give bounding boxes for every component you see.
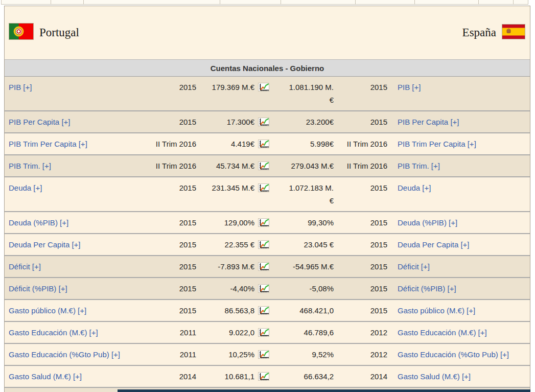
spacer-cell [273, 116, 288, 128]
top-tab[interactable] [513, 0, 528, 5]
value-spain: 1.081.190 M.€ [288, 81, 334, 106]
date-spain: 2015 [334, 181, 387, 207]
top-tab[interactable] [51, 0, 84, 5]
spacer-cell [273, 137, 288, 150]
spacer-cell [273, 238, 288, 251]
chart-cell [254, 304, 273, 317]
value-spain: 468.421,0 [288, 304, 334, 317]
date-portugal: 2015 [140, 260, 196, 273]
date-spain: II Trim 2016 [334, 137, 387, 150]
metric-link-spain[interactable]: Deuda [+] [398, 183, 431, 192]
date-spain: 2015 [334, 260, 387, 273]
spacer-cell [273, 159, 288, 172]
value-spain: -5,08% [288, 282, 334, 295]
metric-link-portugal[interactable]: Gasto Educación (%Gto Pub) [+] [9, 350, 120, 359]
metric-link-portugal[interactable]: Deuda (%PIB) [+] [9, 218, 68, 227]
date-spain: 2015 [334, 216, 387, 229]
metric-link-spain[interactable]: PIB Trim Per Capita [+] [398, 140, 476, 148]
country-link-spain[interactable]: España [462, 24, 525, 41]
metric-link-portugal[interactable]: Déficit (%PIB) [+] [9, 284, 67, 293]
metric-label-portugal-cell: PIB Per Capita [+] [5, 116, 140, 128]
metric-link-spain[interactable]: PIB Trim. [+] [398, 162, 440, 170]
metric-link-spain[interactable]: Deuda (%PIB) [+] [398, 218, 457, 227]
line-chart-icon[interactable] [258, 83, 269, 91]
value-portugal: 22.355 € [196, 238, 254, 251]
metric-link-spain[interactable]: PIB Per Capita [+] [398, 118, 459, 126]
metric-link-portugal[interactable]: Deuda Per Capita [+] [9, 240, 81, 249]
metric-label-spain-cell: Gasto Salud (M.€) [+] [387, 370, 530, 383]
country-link-portugal[interactable]: Portugal [9, 23, 79, 42]
top-tab[interactable] [1, 0, 51, 5]
line-chart-icon[interactable] [258, 350, 269, 359]
top-tab[interactable] [83, 0, 220, 5]
metric-label-portugal-cell: PIB Trim. [+] [5, 159, 140, 172]
chart-cell [254, 216, 273, 229]
date-portugal: II Trim 2016 [140, 159, 196, 172]
top-tab[interactable] [478, 0, 514, 5]
metric-link-spain[interactable]: Gasto Educación (M.€) [+] [398, 328, 487, 337]
metric-link-portugal[interactable]: Gasto Salud (M.€) [+] [9, 372, 82, 381]
chart-cell [254, 137, 273, 150]
spacer-cell [273, 282, 288, 295]
metric-link-portugal[interactable]: PIB Trim Per Capita [+] [9, 140, 87, 148]
top-tab[interactable] [355, 0, 415, 5]
table-row: Deuda [+] 2015 231.345 M.€ 1.072.183 M.€… [5, 176, 530, 211]
value-spain: 1.072.183 M.€ [288, 181, 334, 207]
metric-link-portugal[interactable]: PIB Trim. [+] [9, 162, 51, 170]
metric-label-portugal-cell: Gasto Educación (M.€) [+] [5, 326, 140, 339]
value-spain: 46.789,6 [288, 326, 334, 339]
metric-link-spain[interactable]: Déficit [+] [398, 262, 430, 271]
metric-link-spain[interactable]: PIB [+] [398, 83, 421, 91]
value-spain: -54.965 M.€ [288, 260, 334, 273]
top-tab[interactable] [414, 0, 479, 5]
line-chart-icon[interactable] [258, 218, 269, 227]
line-chart-icon[interactable] [258, 140, 269, 148]
value-spain: 23.045 € [288, 238, 334, 251]
line-chart-icon[interactable] [258, 284, 269, 293]
chart-cell [254, 326, 273, 339]
metric-link-portugal[interactable]: PIB Per Capita [+] [9, 118, 70, 126]
metric-link-portugal[interactable]: Deuda [+] [9, 183, 42, 192]
line-chart-icon[interactable] [258, 306, 269, 315]
date-portugal: 2015 [140, 216, 196, 229]
metric-label-spain-cell: Déficit [+] [387, 260, 530, 273]
metric-label-portugal-cell: Gasto público (M.€) [+] [5, 304, 140, 317]
spacer-cell [273, 348, 288, 361]
metric-link-spain[interactable]: Gasto Salud (M.€) [+] [398, 372, 471, 381]
value-portugal: 231.345 M.€ [196, 181, 254, 207]
value-spain: 99,30% [288, 216, 334, 229]
chart-cell [254, 81, 273, 106]
metric-link-portugal[interactable]: Déficit [+] [9, 262, 41, 271]
metric-label-portugal-cell: Deuda Per Capita [+] [5, 238, 140, 251]
metric-link-portugal[interactable]: PIB [+] [9, 83, 32, 91]
date-spain: 2014 [334, 370, 387, 383]
date-spain: 2012 [334, 348, 387, 361]
value-portugal: -7.893 M.€ [196, 260, 254, 273]
line-chart-icon[interactable] [258, 118, 269, 126]
value-portugal: 17.300€ [196, 116, 254, 128]
date-portugal: 2015 [140, 304, 196, 317]
line-chart-icon[interactable] [258, 162, 269, 170]
date-portugal: 2015 [140, 181, 196, 207]
top-tab[interactable] [281, 0, 356, 5]
table-row: PIB Trim Per Capita [+] II Trim 2016 4.4… [5, 132, 530, 154]
metric-link-portugal[interactable]: Gasto público (M.€) [+] [9, 306, 86, 315]
line-chart-icon[interactable] [258, 240, 269, 249]
metric-label-portugal-cell: Gasto Salud (M.€) [+] [5, 370, 140, 383]
top-tab[interactable] [220, 0, 281, 5]
metric-link-spain[interactable]: Déficit (%PIB) [+] [398, 284, 456, 293]
metric-label-portugal-cell: Déficit [+] [5, 260, 140, 273]
metric-link-spain[interactable]: Deuda Per Capita [+] [398, 240, 470, 249]
metric-link-spain[interactable]: Gasto Educación (%Gto Pub) [+] [398, 350, 509, 359]
metric-link-portugal[interactable]: Gasto Educación (M.€) [+] [9, 328, 98, 337]
metric-label-spain-cell: PIB Trim. [+] [387, 159, 530, 172]
metric-link-spain[interactable]: Gasto público (M.€) [+] [398, 306, 475, 315]
chart-cell [254, 238, 273, 251]
line-chart-icon[interactable] [258, 183, 269, 192]
line-chart-icon[interactable] [258, 262, 269, 271]
line-chart-icon[interactable] [258, 372, 269, 381]
spacer-cell [273, 81, 288, 106]
value-portugal: 179.369 M.€ [196, 81, 254, 106]
metric-label-spain-cell: Gasto Educación (M.€) [+] [387, 326, 530, 339]
line-chart-icon[interactable] [258, 328, 269, 337]
